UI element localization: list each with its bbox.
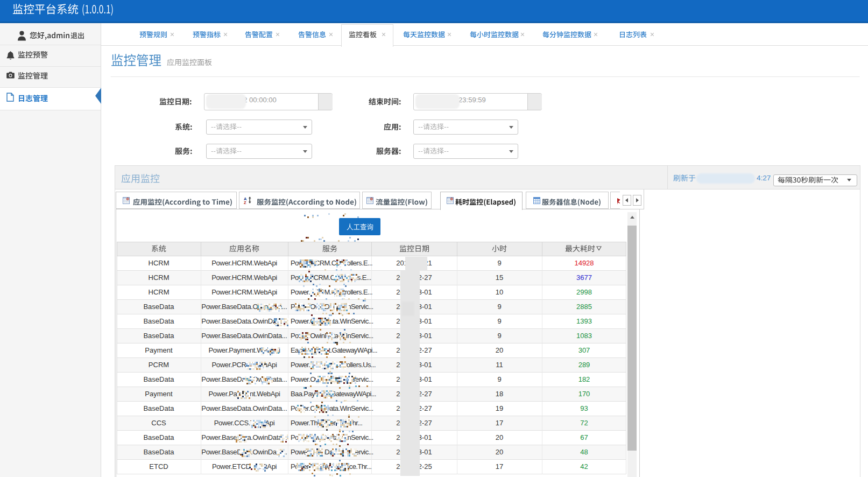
svg-text:Z: Z [244,200,246,205]
